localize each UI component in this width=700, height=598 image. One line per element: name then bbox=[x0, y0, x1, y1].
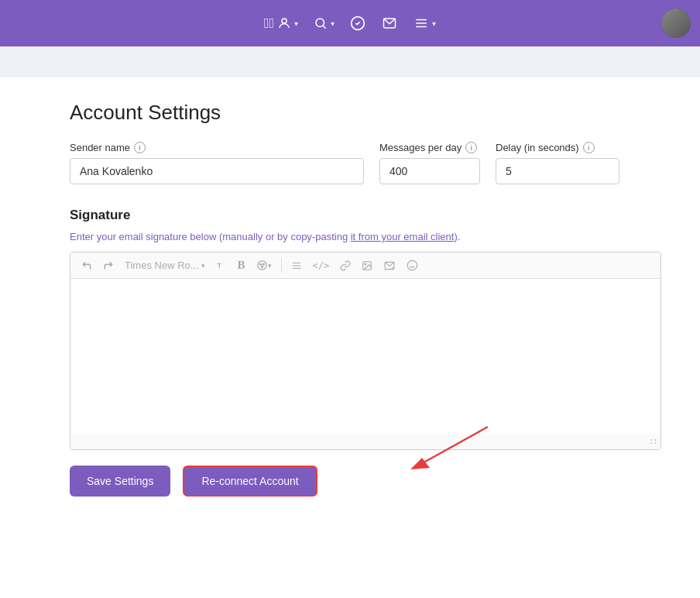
font-selector[interactable]: Times New Ro... ▾ bbox=[122, 258, 208, 273]
delay-info-icon[interactable]: i bbox=[583, 142, 595, 153]
svg-point-12 bbox=[261, 266, 262, 267]
avatar-image bbox=[661, 9, 691, 38]
nav-icons: ◯⃝ ▾ ▾ ▾ bbox=[264, 15, 436, 32]
color-palette-button[interactable]: ▾ bbox=[253, 258, 275, 273]
signature-hint: Enter your email signature below (manual… bbox=[70, 231, 661, 242]
signature-section: Signature Enter your email signature bel… bbox=[70, 208, 661, 450]
save-settings-button[interactable]: Save Settings bbox=[70, 466, 170, 497]
signature-hint-text: Enter your email signature below (manual… bbox=[70, 231, 351, 242]
check-circle-icon bbox=[350, 15, 365, 31]
messages-per-day-input[interactable] bbox=[379, 158, 480, 184]
main-content: Account Settings Sender name i Messages … bbox=[0, 77, 700, 598]
nav-person-group[interactable]: ◯⃝ ▾ bbox=[264, 15, 298, 32]
email-insert-button[interactable] bbox=[380, 259, 399, 273]
svg-point-10 bbox=[259, 263, 261, 265]
action-buttons: Save Settings Re-connect Account bbox=[70, 466, 661, 497]
messages-per-day-label-text: Messages per day bbox=[379, 142, 462, 153]
delay-input[interactable] bbox=[496, 158, 619, 184]
messages-per-day-group: Messages per day i bbox=[379, 142, 480, 184]
editor-resize-handle: ∷ bbox=[70, 434, 661, 449]
svg-point-11 bbox=[262, 263, 264, 265]
text-size-button[interactable]: T bbox=[213, 259, 230, 273]
subheader-bar bbox=[0, 46, 700, 77]
sender-name-label-text: Sender name bbox=[70, 142, 130, 153]
editor-body[interactable] bbox=[70, 279, 661, 434]
navbar: ◯⃝ ▾ ▾ ▾ bbox=[0, 0, 700, 46]
svg-point-9 bbox=[257, 261, 266, 270]
svg-point-0 bbox=[282, 19, 287, 23]
align-button[interactable] bbox=[288, 259, 305, 273]
svg-point-17 bbox=[365, 263, 366, 265]
code-button[interactable]: </> bbox=[310, 259, 333, 273]
delay-label: Delay (in seconds) i bbox=[496, 142, 619, 153]
redo-button[interactable] bbox=[100, 259, 117, 273]
nav-search-group[interactable]: ▾ bbox=[314, 16, 335, 30]
person-svg-icon bbox=[277, 16, 291, 30]
signature-title: Signature bbox=[70, 208, 661, 223]
font-chevron-icon: ▾ bbox=[201, 262, 205, 270]
search-icon bbox=[314, 16, 328, 30]
image-button[interactable] bbox=[359, 259, 376, 273]
person-chevron-icon: ▾ bbox=[294, 19, 298, 28]
nav-mail-group[interactable] bbox=[381, 16, 398, 30]
signature-editor: Times New Ro... ▾ T B ▾ bbox=[70, 252, 661, 450]
resize-icon: ∷ bbox=[650, 436, 657, 447]
svg-marker-24 bbox=[410, 458, 430, 469]
signature-hint-end: ). bbox=[454, 231, 460, 242]
bold-button[interactable]: B bbox=[235, 257, 249, 273]
svg-point-1 bbox=[316, 19, 324, 27]
avatar[interactable] bbox=[661, 9, 691, 38]
hamburger-icon bbox=[413, 16, 429, 30]
messages-per-day-info-icon[interactable]: i bbox=[465, 142, 477, 153]
signature-hint-link[interactable]: it from your email client bbox=[351, 231, 455, 242]
delay-group: Delay (in seconds) i bbox=[496, 142, 619, 184]
svg-line-2 bbox=[324, 26, 326, 28]
undo-button[interactable] bbox=[78, 259, 95, 273]
menu-chevron-icon: ▾ bbox=[432, 19, 436, 28]
person-icon: ◯⃝ bbox=[264, 15, 274, 32]
sender-name-info-icon[interactable]: i bbox=[134, 142, 146, 153]
sender-name-input[interactable] bbox=[70, 158, 364, 184]
editor-toolbar: Times New Ro... ▾ T B ▾ bbox=[70, 253, 661, 279]
reconnect-account-button[interactable]: Re-connect Account bbox=[183, 466, 317, 497]
link-button[interactable] bbox=[337, 259, 354, 273]
account-form-row: Sender name i Messages per day i Delay (… bbox=[70, 142, 661, 184]
nav-menu-group[interactable]: ▾ bbox=[413, 16, 436, 30]
sender-name-label: Sender name i bbox=[70, 142, 364, 153]
page-title: Account Settings bbox=[70, 101, 661, 125]
svg-text:T: T bbox=[217, 262, 221, 269]
svg-point-20 bbox=[408, 260, 418, 270]
messages-per-day-label: Messages per day i bbox=[379, 142, 480, 153]
sender-name-group: Sender name i bbox=[70, 142, 364, 184]
mail-icon bbox=[381, 16, 398, 30]
nav-check-group[interactable] bbox=[350, 15, 365, 31]
search-chevron-icon: ▾ bbox=[331, 19, 335, 28]
emoji-button[interactable] bbox=[403, 258, 421, 273]
delay-label-text: Delay (in seconds) bbox=[496, 142, 579, 153]
font-name-display: Times New Ro... bbox=[125, 259, 199, 271]
toolbar-divider-1 bbox=[281, 259, 282, 273]
